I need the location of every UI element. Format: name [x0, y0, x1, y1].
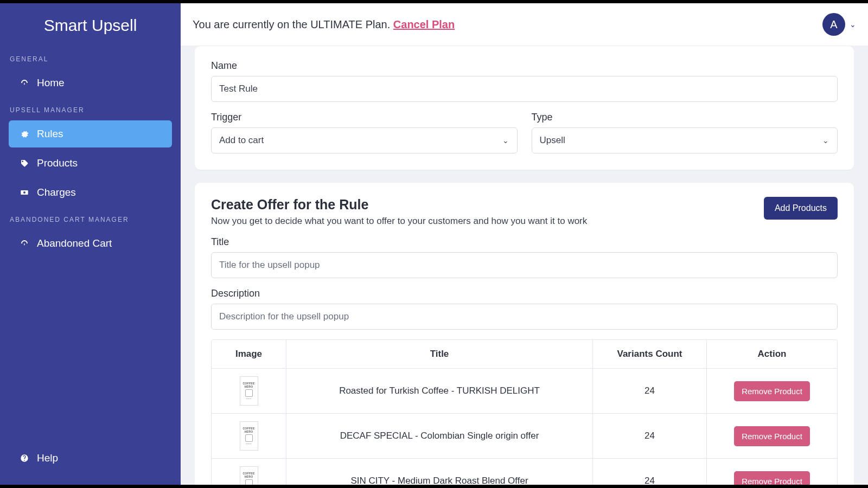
add-products-button[interactable]: Add Products — [764, 197, 838, 220]
sidebar-item-label: Rules — [37, 128, 63, 140]
sidebar-item-label: Charges — [37, 187, 76, 198]
gear-icon — [20, 129, 29, 139]
th-action: Action — [707, 340, 837, 369]
table-row: COFFEE HERO———DECAF SPECIAL - Colombian … — [212, 414, 837, 459]
remove-product-button[interactable]: Remove Product — [734, 471, 810, 485]
plan-text: You are currently on the ULTIMATE Plan. — [193, 18, 393, 30]
cell-title: DECAF SPECIAL - Colombian Single origin … — [286, 414, 593, 459]
cell-image: COFFEE HERO——— — [212, 459, 286, 485]
cell-action: Remove Product — [707, 369, 837, 414]
offer-subheading: Now you get to decide what you want to o… — [211, 216, 587, 227]
cell-image: COFFEE HERO——— — [212, 414, 286, 459]
trigger-value[interactable] — [211, 127, 518, 153]
cell-action: Remove Product — [707, 459, 837, 485]
sidebar-section-label: ABANDONED CART MANAGER — [0, 208, 181, 228]
sidebar-section-label: GENERAL — [0, 48, 181, 67]
table-row: COFFEE HERO———Roasted for Turkish Coffee… — [212, 369, 837, 414]
th-image: Image — [212, 340, 286, 369]
desc-label: Description — [211, 288, 838, 299]
cell-title: SIN CITY - Medium Dark Roast Blend Offer — [286, 459, 593, 485]
type-value[interactable] — [532, 127, 838, 153]
sidebar: Smart Upsell GENERALHomeUPSELL MANAGERRu… — [0, 3, 181, 485]
cell-title: Roasted for Turkish Coffee - TURKISH DEL… — [286, 369, 593, 414]
title-label: Title — [211, 236, 838, 248]
cell-image: COFFEE HERO——— — [212, 369, 286, 414]
products-table: Image Title Variants Count Action COFFEE… — [211, 339, 838, 485]
avatar: A — [822, 13, 845, 36]
dashboard-icon — [20, 239, 29, 248]
main: You are currently on the ULTIMATE Plan. … — [181, 3, 868, 485]
title-input[interactable] — [211, 252, 838, 278]
topbar: You are currently on the ULTIMATE Plan. … — [181, 3, 868, 46]
desc-input[interactable] — [211, 304, 838, 330]
th-title: Title — [286, 340, 593, 369]
sidebar-item-label: Abandoned Cart — [37, 237, 112, 249]
cell-action: Remove Product — [707, 414, 837, 459]
remove-product-button[interactable]: Remove Product — [734, 426, 810, 446]
trigger-label: Trigger — [211, 112, 518, 123]
name-input[interactable] — [211, 76, 838, 102]
product-thumb: COFFEE HERO——— — [240, 421, 258, 451]
rule-card: Name Trigger ⌄ Type — [195, 46, 854, 170]
sidebar-item-rules[interactable]: Rules — [9, 120, 172, 147]
name-label: Name — [211, 60, 838, 72]
plan-status: You are currently on the ULTIMATE Plan. … — [193, 18, 455, 31]
sidebar-item-abandoned-cart[interactable]: Abandoned Cart — [9, 230, 172, 257]
cell-variants: 24 — [593, 414, 707, 459]
tags-icon — [20, 158, 29, 168]
sidebar-item-charges[interactable]: Charges — [9, 179, 172, 206]
sidebar-item-products[interactable]: Products — [9, 150, 172, 177]
sidebar-item-help[interactable]: Help — [9, 445, 172, 472]
type-select[interactable]: ⌄ — [532, 127, 838, 153]
offer-heading: Create Offer for the Rule — [211, 197, 587, 213]
product-thumb: COFFEE HERO——— — [240, 466, 258, 485]
type-label: Type — [532, 112, 838, 123]
help-icon — [20, 453, 29, 463]
remove-product-button[interactable]: Remove Product — [734, 381, 810, 401]
sidebar-item-label: Products — [37, 157, 78, 169]
th-variants: Variants Count — [593, 340, 707, 369]
sidebar-item-label: Home — [37, 77, 65, 89]
dashboard-icon — [20, 78, 29, 88]
cell-variants: 24 — [593, 459, 707, 485]
sidebar-item-label: Help — [37, 452, 58, 464]
product-thumb: COFFEE HERO——— — [240, 376, 258, 406]
brand-title: Smart Upsell — [0, 10, 181, 48]
sidebar-section-label: UPSELL MANAGER — [0, 99, 181, 118]
sidebar-item-home[interactable]: Home — [9, 69, 172, 97]
user-menu[interactable]: A ⌄ — [822, 13, 856, 36]
chevron-down-icon: ⌄ — [850, 20, 856, 29]
table-row: COFFEE HERO———SIN CITY - Medium Dark Roa… — [212, 459, 837, 485]
money-icon — [20, 188, 29, 197]
cancel-plan-link[interactable]: Cancel Plan — [393, 18, 455, 30]
trigger-select[interactable]: ⌄ — [211, 127, 518, 153]
cell-variants: 24 — [593, 369, 707, 414]
offer-card: Create Offer for the Rule Now you get to… — [195, 183, 854, 485]
